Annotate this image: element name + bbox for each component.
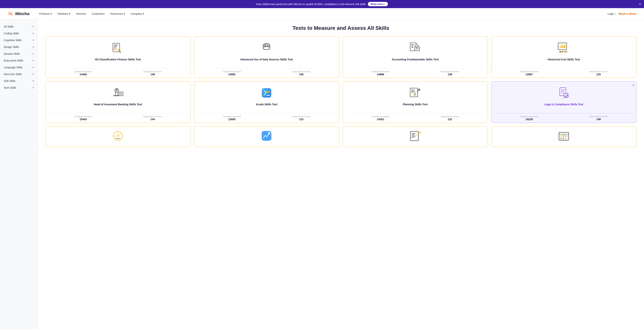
- sidebar-item-soft-skills[interactable]: Soft Skills ▾: [0, 78, 38, 84]
- nav-company[interactable]: Company ▾: [128, 11, 146, 17]
- card-legal-compliance[interactable]: ↗ Legal & Compliance Skills Test: [491, 81, 637, 123]
- card-icon-historical: [494, 40, 634, 56]
- card-title: Head of Invesment Banking Skills Test: [48, 103, 188, 110]
- card-stats: Candidates Assessed: 14886 Organizations…: [346, 68, 485, 78]
- svg-rect-18: [411, 46, 413, 46]
- card-xcode[interactable]: Xcode Skills Test Candidates Assessed: 1…: [194, 81, 339, 123]
- card-partial-1[interactable]: [45, 126, 191, 147]
- svg-rect-47: [262, 88, 271, 98]
- card-data-sources[interactable]: Advanced Use of Data Sources Skills Test…: [194, 36, 339, 78]
- sidebar-item-cognitive[interactable]: Cognitive Skills ▾: [0, 37, 38, 44]
- stat-organizations: Organizations Served: 149: [118, 70, 188, 76]
- chevron-down-icon: ▾: [33, 86, 34, 89]
- card-historical-cost[interactable]: Historical Cost Skills Test Candidates A…: [491, 36, 637, 78]
- card-icon-data: [197, 40, 336, 56]
- svg-rect-73: [412, 134, 414, 135]
- card-icon-legal: [494, 85, 634, 100]
- card-icon-xcode: [197, 85, 336, 100]
- svg-point-68: [117, 133, 119, 135]
- logo-icon: [8, 11, 14, 17]
- svg-rect-72: [412, 133, 415, 134]
- stat-organizations: Organizations Served: 125: [564, 70, 633, 76]
- card-partial-4[interactable]: [491, 126, 637, 147]
- svg-rect-31: [563, 46, 564, 48]
- card-title: Accounting Fundamentals Skills Test: [346, 58, 485, 65]
- nav-products[interactable]: Products ▾: [37, 11, 54, 17]
- card-icon-partial-3: [346, 130, 485, 142]
- card-icon-partial-2: [197, 130, 336, 142]
- logo[interactable]: iMocha: [8, 11, 30, 17]
- card-stats: Candidates Assessed: 14492 Organizations…: [48, 68, 188, 78]
- page-title: Tests to Measure and Assess All Skills: [45, 25, 636, 31]
- sidebar-item-domain[interactable]: Domain Skills ▾: [0, 50, 38, 57]
- svg-rect-4: [114, 46, 117, 46]
- stat-candidates: Candidates Assessed: 15443: [48, 115, 118, 121]
- chevron-down-icon: ▾: [33, 66, 34, 69]
- main-content: Tests to Measure and Assess All Skills $: [38, 20, 644, 330]
- banner-cta[interactable]: Read more...: [368, 2, 388, 6]
- banner-close[interactable]: ×: [639, 2, 641, 6]
- svg-rect-74: [412, 136, 416, 136]
- stat-candidates: Candidates Assessed: 14301: [346, 115, 415, 121]
- card-stats: Candidates Assessed: 12665 Organizations…: [197, 113, 336, 123]
- stat-organizations: Organizations Served: 144: [118, 115, 188, 121]
- chevron-down-icon: ▾: [50, 12, 52, 15]
- sidebar-item-coding[interactable]: Coding Skills ▾: [0, 30, 38, 37]
- nav-resources[interactable]: Resources ▾: [108, 11, 127, 17]
- card-title: Planning Skills Test: [346, 103, 485, 110]
- card-accounting[interactable]: $ Accounting Fundamentals Skills Test Ca…: [342, 36, 488, 78]
- book-demo-button[interactable]: Book a demo: [619, 12, 636, 15]
- svg-point-10: [120, 51, 120, 52]
- sidebar: All Skills ▾ Coding Skills ▾ Cognitive S…: [0, 20, 38, 330]
- sidebar-item-design[interactable]: Design Skills ▾: [0, 44, 38, 50]
- sidebar-item-all-skills[interactable]: All Skills ▾: [0, 23, 38, 30]
- svg-point-34: [560, 51, 561, 52]
- card-icon-planning: [346, 85, 485, 100]
- svg-rect-82: [560, 138, 562, 139]
- sidebar-item-next-gen[interactable]: Next Gen Skills ▾: [0, 71, 38, 78]
- card-title: HS Classification Finance Skills Test: [48, 58, 188, 65]
- svg-text:$: $: [114, 48, 116, 50]
- chevron-down-icon: ▾: [33, 59, 34, 62]
- stat-candidates: Candidates Assessed: 12887: [494, 70, 564, 76]
- svg-rect-75: [412, 137, 414, 138]
- nav-solutions[interactable]: Solutions ▾: [55, 11, 73, 17]
- sidebar-item-entry-level[interactable]: Entry-level Skills ▾: [0, 57, 38, 64]
- card-title: Historical Cost Skills Test: [494, 58, 634, 65]
- card-icon-banking: $: [48, 85, 188, 100]
- login-button[interactable]: Login ›: [608, 12, 616, 15]
- stat-organizations: Organizations Served: 148: [564, 115, 633, 121]
- svg-point-76: [419, 132, 421, 133]
- nav-services[interactable]: Services: [74, 11, 88, 17]
- svg-rect-56: [415, 92, 415, 96]
- card-partial-3[interactable]: [342, 126, 488, 147]
- card-hs-classification[interactable]: $ HS Classification Finance Skills Test …: [45, 36, 191, 78]
- svg-point-35: [562, 51, 563, 52]
- svg-rect-32: [564, 45, 566, 48]
- card-icon-partial-4: [494, 130, 634, 142]
- svg-rect-50: [268, 91, 270, 93]
- chevron-down-icon: ▾: [33, 39, 34, 42]
- logo-text: iMocha: [15, 11, 30, 16]
- cards-grid-row3: [45, 126, 636, 147]
- chevron-down-icon: ▾: [33, 32, 34, 35]
- card-stats: Candidates Assessed: 14992 Organizations…: [197, 68, 336, 78]
- nav-customers[interactable]: Customers: [90, 11, 107, 17]
- card-partial-2[interactable]: [194, 126, 339, 147]
- card-icon-partial-1: [48, 130, 188, 142]
- svg-rect-55: [414, 94, 414, 96]
- svg-point-70: [268, 132, 270, 134]
- chevron-down-icon: ▾: [33, 46, 34, 48]
- card-stats: Candidates Assessed: 12887 Organizations…: [494, 68, 634, 78]
- cards-grid-row2: $ Head of Invesment Banking Skills Test …: [45, 81, 636, 123]
- stat-candidates: Candidates Assessed: 14886: [346, 70, 415, 76]
- sidebar-item-language[interactable]: Language Skills ▾: [0, 64, 38, 71]
- svg-rect-17: [411, 44, 414, 45]
- card-title: Advanced Use of Data Sources Skills Test: [197, 58, 336, 65]
- sidebar-item-tech[interactable]: Tech Skills ▾: [0, 84, 38, 91]
- chevron-down-icon: ▾: [33, 25, 34, 28]
- card-investment-banking[interactable]: $ Head of Invesment Banking Skills Test …: [45, 81, 191, 123]
- banner-text: How Jobberman partnered with iMocha to u…: [256, 3, 366, 6]
- stat-candidates: Candidates Assessed: 14229: [494, 115, 564, 121]
- card-planning[interactable]: Planning Skills Test Candidates Assessed…: [342, 81, 488, 123]
